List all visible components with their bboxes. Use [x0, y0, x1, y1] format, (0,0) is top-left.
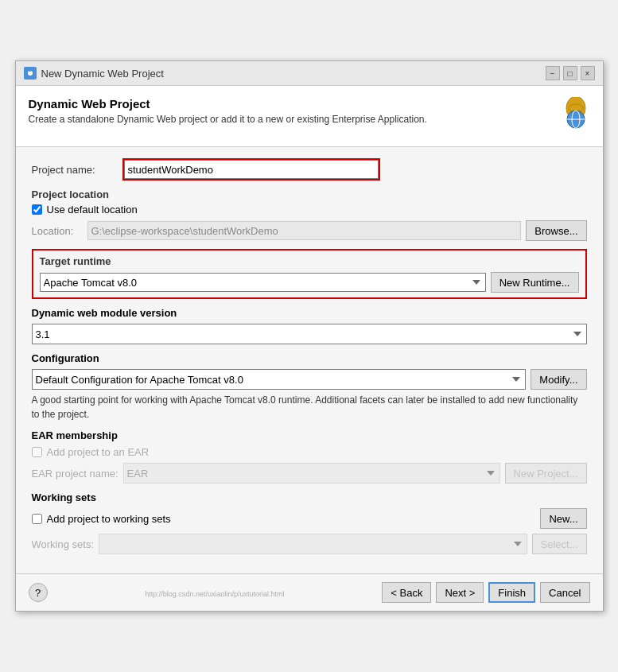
header-icon — [552, 97, 590, 135]
new-working-set-button[interactable]: New... — [540, 508, 586, 529]
configuration-section: Configuration Default Configuration for … — [32, 352, 587, 421]
target-runtime-select[interactable]: Apache Tomcat v8.0 — [40, 273, 486, 292]
configuration-select[interactable]: Default Configuration for Apache Tomcat … — [32, 369, 527, 390]
working-sets-select — [99, 534, 527, 554]
ear-membership-section: EAR membership Add project to an EAR EAR… — [32, 429, 587, 484]
title-bar-controls: − □ × — [546, 66, 595, 80]
footer: ? http://blog.csdn.net/uxiaolin/p/uxtuto… — [16, 573, 603, 611]
working-sets-label2: Working sets: — [32, 538, 95, 550]
title-bar: New Dynamic Web Project − □ × — [16, 61, 603, 86]
project-name-input-wrapper — [122, 158, 380, 181]
ear-project-name-select: EAR — [123, 463, 500, 484]
working-sets-label: Working sets — [32, 491, 587, 503]
cancel-button[interactable]: Cancel — [540, 582, 589, 603]
finish-button[interactable]: Finish — [488, 582, 535, 603]
location-label: Location: — [32, 225, 83, 237]
header-section: Dynamic Web Project Create a standalone … — [16, 86, 603, 147]
use-default-location-row: Use default location — [32, 204, 587, 216]
ear-project-name-label: EAR project name: — [32, 468, 119, 480]
ear-membership-label: EAR membership — [32, 429, 587, 441]
target-runtime-label: Target runtime — [40, 255, 579, 267]
title-bar-left: New Dynamic Web Project — [24, 67, 164, 80]
add-to-working-sets-checkbox[interactable] — [32, 514, 42, 524]
dialog-icon — [24, 67, 37, 80]
browse-button[interactable]: Browse... — [526, 220, 586, 241]
select-button[interactable]: Select... — [532, 534, 587, 554]
modify-button[interactable]: Modify... — [531, 369, 586, 390]
add-to-working-sets-row: Add project to working sets — [32, 513, 171, 525]
header-text: Dynamic Web Project Create a standalone … — [29, 97, 427, 125]
footer-right: < Back Next > Finish Cancel — [382, 582, 589, 603]
project-location-title: Project location — [32, 188, 587, 200]
location-input — [87, 221, 522, 240]
dialog: New Dynamic Web Project − □ × Dynamic We… — [15, 60, 604, 612]
footer-left: ? — [29, 583, 48, 602]
use-default-location-label: Use default location — [47, 204, 138, 216]
new-runtime-button[interactable]: New Runtime... — [491, 272, 579, 293]
add-to-working-sets-label: Add project to working sets — [47, 513, 171, 525]
header-description: Create a standalone Dynamic Web project … — [29, 114, 427, 125]
working-sets-row: Working sets: Select... — [32, 534, 587, 554]
dynamic-web-module-select[interactable]: 3.1 — [32, 324, 587, 344]
add-to-ear-checkbox[interactable] — [32, 447, 42, 457]
dynamic-web-module-label: Dynamic web module version — [32, 307, 587, 319]
config-description: A good starting point for working with A… — [32, 393, 587, 421]
target-runtime-box: Target runtime Apache Tomcat v8.0 New Ru… — [32, 249, 587, 299]
new-project-button[interactable]: New Project... — [505, 463, 587, 484]
minimize-button[interactable]: − — [546, 66, 560, 80]
svg-rect-2 — [29, 69, 31, 72]
watermark-area: http://blog.csdn.net/uxiaolin/p/uxtutori… — [48, 587, 383, 599]
close-button[interactable]: × — [581, 66, 595, 80]
watermark-text: http://blog.csdn.net/uxiaolin/p/uxtutori… — [145, 590, 284, 598]
project-location-section: Project location Use default location Lo… — [32, 188, 587, 241]
add-to-ear-label: Add project to an EAR — [47, 446, 150, 458]
use-default-location-checkbox[interactable] — [32, 204, 42, 215]
ear-project-name-row: EAR project name: EAR New Project... — [32, 463, 587, 484]
runtime-row: Apache Tomcat v8.0 New Runtime... — [40, 272, 579, 293]
help-button[interactable]: ? — [29, 583, 48, 602]
working-sets-section: Working sets Add project to working sets… — [32, 491, 587, 554]
configuration-label: Configuration — [32, 352, 587, 364]
content: Project name: Project location Use defau… — [16, 147, 603, 573]
back-button[interactable]: < Back — [382, 582, 431, 603]
location-row: Location: Browse... — [32, 220, 587, 241]
add-to-ear-row: Add project to an EAR — [32, 446, 587, 458]
dialog-title: New Dynamic Web Project — [41, 68, 164, 80]
dynamic-web-module-section: Dynamic web module version 3.1 — [32, 307, 587, 344]
next-button[interactable]: Next > — [436, 582, 484, 603]
maximize-button[interactable]: □ — [563, 66, 577, 80]
project-name-row: Project name: — [32, 158, 587, 181]
header-title: Dynamic Web Project — [29, 97, 427, 111]
project-name-input[interactable] — [124, 160, 379, 179]
project-name-label: Project name: — [32, 164, 119, 176]
